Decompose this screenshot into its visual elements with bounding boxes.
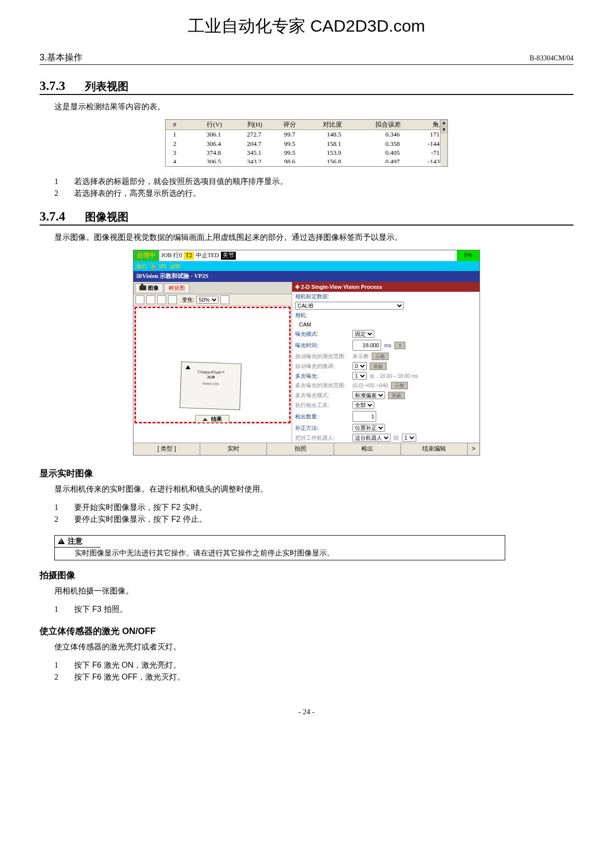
scroll-up-icon[interactable]: ▲ bbox=[440, 120, 447, 127]
multi-exp-note: 枚，18.00 – 18.00 ms bbox=[370, 373, 418, 379]
run-tool-label: 执行检出工具: bbox=[295, 402, 350, 409]
page-header: 3.基本操作 B-83304CM/04 bbox=[40, 51, 573, 65]
watermark-header: 工业自动化专家 CAD2D3D.com bbox=[40, 15, 573, 38]
auto-fine-label: 自动曝光的微调: bbox=[295, 363, 350, 369]
auto-range-teach-button[interactable]: 示教 bbox=[372, 353, 389, 360]
calib-label: 相机标定数据: bbox=[295, 293, 350, 300]
tool-icon-5[interactable] bbox=[220, 295, 229, 304]
image-view-screenshot: 处理中 JOB 行0 T2 中止TED 关节 5% 执行 🔒 I/O 运转 iR… bbox=[133, 250, 480, 455]
note-1: 若选择表的标题部分，就会按照所选项目值的顺序排序显示。 bbox=[74, 176, 288, 187]
exp-mode-label: 曝光模式: bbox=[295, 330, 350, 337]
table-scrollbar[interactable]: ▲ ▼ bbox=[440, 120, 447, 166]
section-373-heading: 3.7.3 列表视图 bbox=[40, 79, 573, 95]
tab-image[interactable]: 图像 bbox=[135, 283, 163, 292]
footer-button[interactable]: 结束编辑 bbox=[401, 443, 468, 455]
realtime-heading: 显示实时图像 bbox=[40, 467, 573, 479]
table-header[interactable]: 评分 bbox=[264, 120, 299, 130]
capture-step-1: 按下 F3 拍照。 bbox=[74, 603, 128, 615]
section-num: 3.7.4 bbox=[40, 209, 65, 224]
tab-tree[interactable]: 树状图 bbox=[164, 283, 189, 292]
status-yun: 运转 bbox=[170, 263, 180, 270]
result-tab[interactable]: 结果 bbox=[195, 415, 229, 422]
exp-mode-select[interactable]: 固定 bbox=[352, 330, 374, 338]
table-header[interactable]: 行(V) bbox=[184, 120, 224, 130]
table-row[interactable]: 2306.4204.799.5158.10.358-144.2 bbox=[166, 139, 447, 148]
laser-step-1: 按下 F6 激光 ON，激光亮灯。 bbox=[74, 659, 181, 671]
comp-label: 补正方法: bbox=[295, 424, 350, 431]
cf-line3: FANUC LTD bbox=[181, 381, 240, 387]
table-header[interactable]: 拟合误差 bbox=[344, 120, 403, 130]
footer-button[interactable]: 实时 bbox=[200, 443, 267, 455]
window-title: iRVision 示教和试验 - VP2S bbox=[133, 271, 480, 282]
caution-box: 注意 实时图像显示中无法进行其它操作。请在进行其它操作之前停止实时图像显示。 bbox=[54, 535, 505, 560]
tool-icon-2[interactable] bbox=[146, 295, 155, 304]
zoom-label: 变焦: bbox=[182, 296, 194, 303]
warning-icon bbox=[58, 538, 65, 544]
compactflash-card: CompactFlash™ 2GB FANUC LTD bbox=[179, 362, 241, 410]
caution-title: 注意 bbox=[68, 537, 83, 546]
table-row[interactable]: 3374.8345.199.5153.90.405-71.8 bbox=[166, 148, 447, 157]
status-run: 执行 bbox=[136, 263, 147, 270]
tool-icon-4[interactable] bbox=[168, 295, 177, 304]
hold-select[interactable]: 这台机器人 bbox=[352, 434, 391, 442]
tool-icon-1[interactable] bbox=[135, 295, 144, 304]
realtime-steps: 1要开始实时图像显示，按下 F2 实时。 2要停止实时图像显示，按下 F2 停止… bbox=[54, 502, 573, 525]
camera-value: CAM bbox=[299, 321, 311, 328]
stop-text: 中止TED bbox=[196, 252, 219, 260]
count-label: 检出数量: bbox=[295, 413, 350, 420]
section-374-intro: 显示图像。图像视图是视觉数据的编辑画面上用虚线围起来的部分。通过选择图像标签而予… bbox=[54, 232, 573, 243]
triangle-icon bbox=[185, 365, 190, 369]
realtime-step-2: 要停止实时图像显示，按下 F2 停止。 bbox=[74, 513, 207, 525]
auto-range-value: 未示教 bbox=[352, 353, 369, 360]
tab-image-label: 图像 bbox=[148, 284, 159, 291]
status-processing: 处理中 bbox=[133, 250, 159, 261]
camera-label: 相机: bbox=[295, 312, 350, 319]
auto-fine-select[interactable]: 0 bbox=[352, 362, 367, 370]
note-2: 若选择表的行，高亮显示所选的行。 bbox=[74, 187, 201, 199]
multi-exp-select[interactable]: 1 bbox=[352, 372, 367, 380]
multi-mode-select[interactable]: 标准偏差 bbox=[352, 391, 385, 399]
laser-intro: 使立体传感器的激光亮灯或者灭灯。 bbox=[54, 642, 573, 652]
left-toolbar: 变焦: 50% bbox=[133, 294, 292, 306]
section-374-heading: 3.7.4 图像视图 bbox=[40, 209, 573, 226]
cf-line2: 2GB bbox=[207, 375, 215, 380]
footer-button[interactable]: > bbox=[468, 443, 480, 455]
caution-body: 实时图像显示中无法进行其它操作。请在进行其它操作之前停止实时图像显示。 bbox=[55, 548, 505, 560]
realtime-step-1: 要开始实时图像显示，按下 F2 实时。 bbox=[74, 502, 207, 513]
footer-button[interactable]: 拍照 bbox=[267, 443, 334, 455]
result-tab-label: 结果 bbox=[211, 416, 222, 422]
capture-heading: 拍摄图像 bbox=[40, 569, 573, 581]
run-tool-select[interactable]: 全部 bbox=[352, 401, 374, 409]
multi-mode-label: 多次曝光模式: bbox=[295, 392, 350, 399]
status-bar-2: 执行 🔒 I/O 运转 bbox=[133, 261, 480, 271]
multi-mode-mask-button[interactable]: 遮蔽 bbox=[388, 392, 405, 399]
exp-time-unit: ms bbox=[384, 342, 392, 349]
comp-select[interactable]: 位置补正 bbox=[352, 424, 385, 432]
calib-select[interactable]: CALIB bbox=[295, 302, 404, 310]
footer-button[interactable]: [ 类型 ] bbox=[133, 443, 200, 455]
laser-steps: 1按下 F6 激光 ON，激光亮灯。 2按下 F6 激光 OFF，激光灭灯。 bbox=[54, 659, 573, 683]
footer-button[interactable]: 检出 bbox=[334, 443, 401, 455]
image-view-footer: [ 类型 ]实时拍照检出结束编辑> bbox=[133, 443, 480, 455]
tool-icon-3[interactable] bbox=[157, 295, 166, 304]
speed-percent: 5% bbox=[457, 250, 480, 261]
table-header[interactable]: 对比度 bbox=[298, 120, 344, 130]
hold-group-select[interactable]: 1 bbox=[402, 434, 416, 442]
stepper-icon[interactable]: ⇕ bbox=[394, 342, 405, 349]
realtime-intro: 显示相机传来的实时图像。在进行相机和镜头的调整时使用。 bbox=[54, 484, 573, 495]
table-header[interactable]: 列(H) bbox=[224, 120, 264, 130]
count-input[interactable] bbox=[352, 411, 376, 422]
table-row[interactable]: 1306.1272.799.7148.50.346171.5 bbox=[166, 130, 447, 139]
zoom-select[interactable]: 50% bbox=[196, 296, 219, 304]
multi-range-teach-button[interactable]: 示教 bbox=[391, 382, 408, 389]
capture-intro: 用相机拍摄一张图像。 bbox=[54, 586, 573, 596]
exp-time-input[interactable] bbox=[352, 340, 381, 351]
table-header[interactable]: # bbox=[166, 120, 184, 130]
multi-range-label: 多次曝光的测光范围: bbox=[295, 382, 350, 389]
auto-fine-mask-button[interactable]: 遮蔽 bbox=[370, 363, 387, 370]
auto-range-label: 自动曝光的测光范围: bbox=[295, 353, 350, 360]
image-canvas: CompactFlash™ 2GB FANUC LTD 结果 bbox=[134, 307, 291, 423]
scroll-down-icon[interactable]: ▼ bbox=[440, 127, 447, 134]
capture-steps: 1按下 F3 拍照。 bbox=[54, 603, 573, 615]
page-number: - 24 - bbox=[40, 708, 573, 716]
